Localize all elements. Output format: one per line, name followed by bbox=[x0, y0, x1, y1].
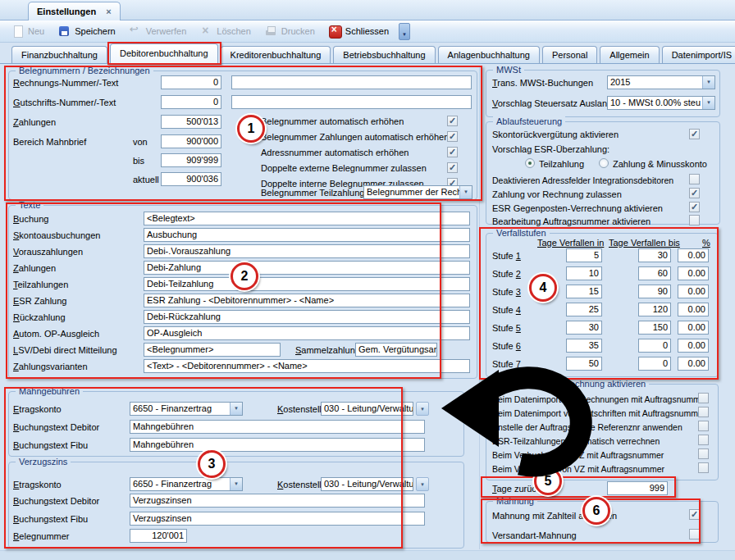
zahlungen-nummer-field[interactable]: 500'013 bbox=[161, 115, 221, 129]
stufe2-bis-field[interactable]: 60 bbox=[638, 266, 671, 280]
tab-datenimport-is[interactable]: Datenimport/IS bbox=[662, 46, 735, 63]
mahnbrief-aktuell-field[interactable]: 900'036 bbox=[161, 172, 221, 186]
buchungstext-debitor-mg-field[interactable]: Mahngebühren bbox=[130, 420, 425, 434]
tab-allgemein[interactable]: Allgemein bbox=[600, 46, 659, 63]
checkbox-verrechnung-4[interactable] bbox=[698, 435, 709, 445]
op-ausgleich-field[interactable]: OP-Ausgleich bbox=[144, 326, 470, 340]
stufe6-bis-field[interactable]: 0 bbox=[638, 339, 671, 353]
document-tab-einstellungen[interactable]: Einstellungen × bbox=[28, 2, 121, 20]
dropdown-arrow-icon[interactable] bbox=[702, 76, 714, 89]
buchungstext-debitor-vz-field[interactable]: Verzugszinsen bbox=[130, 494, 425, 508]
toolbar-overflow-button[interactable] bbox=[399, 23, 410, 40]
kostenstelle-vz-select[interactable]: 030 - Leitung/Verwaltung bbox=[321, 477, 413, 491]
stufe7-bis-field[interactable]: 0 bbox=[638, 357, 671, 371]
stufe4-bis-field[interactable]: 120 bbox=[638, 303, 671, 316]
stufe3-bis-field[interactable]: 90 bbox=[638, 285, 671, 298]
vorauszahlungen-field[interactable]: Debi-.Vorauszahlung bbox=[144, 244, 470, 258]
checkbox-belegnr-auto[interactable] bbox=[447, 116, 458, 126]
checkbox-esr-gegenposten[interactable] bbox=[689, 202, 700, 212]
belegnummer-vz-field[interactable]: 120'001 bbox=[130, 529, 187, 543]
checkbox-verrechnung-2[interactable] bbox=[698, 407, 709, 417]
discard-button[interactable]: Verwerfen bbox=[123, 23, 193, 39]
dropdown-arrow-icon[interactable] bbox=[702, 97, 714, 109]
stufe1-in-field[interactable]: 5 bbox=[566, 248, 602, 262]
stufe6-in-field[interactable]: 35 bbox=[566, 339, 602, 353]
belegnr-teilzahlung-select[interactable]: Belegnummer der Rechnun bbox=[363, 185, 472, 199]
tab-betriebsbuchhaltung[interactable]: Betriebsbuchhaltung bbox=[333, 46, 435, 63]
stufe5-bis-field[interactable]: 150 bbox=[638, 321, 671, 335]
close-button[interactable]: Schliessen bbox=[322, 23, 395, 39]
stufe5-pct-field[interactable]: 0.00 bbox=[678, 321, 709, 335]
trans-mwst-select[interactable]: 2015 bbox=[607, 75, 715, 89]
checkbox-deaktivieren-adressfelder[interactable] bbox=[689, 174, 700, 184]
checkbox-bearbeitung-auftragsnummer[interactable] bbox=[689, 215, 700, 225]
stufe4-in-field[interactable]: 25 bbox=[566, 303, 602, 316]
ertragskonto-vz-select[interactable]: 6650 - Finanzertrag bbox=[130, 477, 243, 491]
rueckzahlung-field[interactable]: Debi-Rückzahlung bbox=[144, 310, 470, 324]
checkbox-belegnr-zahlungen-auto[interactable] bbox=[447, 131, 458, 142]
stufe3-in-field[interactable]: 15 bbox=[566, 285, 602, 298]
radio-zahlung-minusskonto[interactable] bbox=[599, 158, 609, 168]
stufe3-pct-field[interactable]: 0.00 bbox=[678, 285, 709, 298]
ertragskonto-mg-select[interactable]: 6650 - Finanzertrag bbox=[130, 402, 243, 416]
zahlungsvarianten-field[interactable]: <Text> - <Debitorennummer> - <Name> bbox=[144, 359, 470, 373]
dropdown-arrow-icon[interactable] bbox=[230, 478, 242, 490]
tab-personal[interactable]: Personal bbox=[542, 46, 597, 63]
checkbox-verrechnung-3[interactable] bbox=[698, 421, 709, 431]
kostenstelle-mg-select[interactable]: 030 - Leitung/Verwaltung bbox=[321, 402, 413, 416]
zahlungen-text-field[interactable]: Debi-Zahlung bbox=[144, 261, 470, 275]
checkbox-verrechnung-5[interactable] bbox=[698, 448, 709, 459]
stufe6-pct-field[interactable]: 0.00 bbox=[678, 339, 709, 353]
tage-zurueck-field[interactable]: 999 bbox=[607, 481, 668, 495]
buchung-field[interactable]: <Belegtext> bbox=[144, 212, 470, 225]
checkbox-verrechnung-1[interactable] bbox=[698, 393, 709, 403]
kostenstelle-vz-dropdown-icon[interactable] bbox=[416, 477, 429, 491]
gutschrifts-nummer-field[interactable]: 0 bbox=[161, 95, 221, 109]
dropdown-arrow-icon[interactable] bbox=[230, 403, 242, 415]
skontoausbuchungen-field[interactable]: Ausbuchung bbox=[144, 228, 470, 242]
new-button[interactable]: Neu bbox=[5, 23, 50, 39]
label-vorschlag-steuersatz: Vorschlag Steuersatz Ausland bbox=[492, 98, 612, 108]
esr-zahlung-field[interactable]: ESR Zahlung - <Debitorennummer> - <Name> bbox=[144, 294, 470, 307]
checkbox-verrechnung-6[interactable] bbox=[698, 462, 709, 473]
tab-debitorenbuchhaltung[interactable]: Debitorenbuchhaltung bbox=[110, 43, 218, 63]
checkbox-versandart-mahnung[interactable] bbox=[689, 529, 700, 540]
buchungstext-fibu-mg-field[interactable]: Mahngebühren bbox=[130, 438, 425, 452]
checkbox-adressnr-auto[interactable] bbox=[447, 147, 458, 157]
mahnbrief-von-field[interactable]: 900'000 bbox=[161, 134, 221, 148]
dropdown-arrow-icon[interactable] bbox=[459, 186, 472, 198]
steuersatz-ausland-select[interactable]: 10 - MWSt 0.00% steu bbox=[607, 96, 715, 110]
tab-close-icon[interactable]: × bbox=[106, 7, 111, 16]
stufe5-in-field[interactable]: 30 bbox=[566, 321, 602, 335]
rechnungs-nummer-field[interactable]: 0 bbox=[161, 75, 221, 89]
annotation-circle-3: 3 bbox=[198, 450, 226, 478]
delete-button[interactable]: Löschen bbox=[194, 23, 257, 39]
stufe1-pct-field[interactable]: 0.00 bbox=[678, 248, 709, 262]
stufe7-pct-field[interactable]: 0.00 bbox=[678, 357, 709, 371]
checkbox-doppelte-externe[interactable] bbox=[447, 162, 458, 173]
rechnungs-text-field[interactable] bbox=[231, 75, 472, 89]
stufe2-in-field[interactable]: 10 bbox=[566, 266, 602, 280]
label-belegnr-teilzahlung: Belegnummer Teilzahlung bbox=[261, 188, 364, 198]
radio-teilzahlung[interactable] bbox=[525, 158, 535, 168]
tab-finanzbuchhaltung[interactable]: Finanzbuchhaltung bbox=[11, 46, 107, 63]
sammelzahlung-field[interactable]: Gem. Vergütungsanz. bbox=[355, 343, 437, 357]
tab-kreditorenbuchhaltung[interactable]: Kreditorenbuchhaltung bbox=[221, 46, 331, 63]
lsv-mitteilung-field[interactable]: <Belegnummer> bbox=[144, 343, 281, 357]
print-button[interactable]: Drucken bbox=[258, 23, 321, 39]
mahnbrief-bis-field[interactable]: 909'999 bbox=[161, 153, 221, 167]
teilzahlungen-field[interactable]: Debi-Teilzahlung bbox=[144, 277, 470, 291]
buchungstext-fibu-vz-field[interactable]: Verzugszinsen bbox=[130, 512, 425, 526]
gutschrifts-text-field[interactable] bbox=[231, 95, 472, 109]
label-esr-zahlung: ESR Zahlung bbox=[13, 296, 66, 306]
checkbox-skontorueckverguetung[interactable] bbox=[689, 129, 700, 139]
stufe2-pct-field[interactable]: 0.00 bbox=[678, 266, 709, 280]
tab-anlagenbuchhaltung[interactable]: Anlagenbuchhaltung bbox=[438, 46, 540, 63]
checkbox-mahnung-zahlteil[interactable] bbox=[689, 509, 700, 520]
checkbox-zahlung-vor-rechnung[interactable] bbox=[689, 188, 700, 198]
save-button[interactable]: Speichern bbox=[52, 23, 121, 39]
kostenstelle-mg-dropdown-icon[interactable] bbox=[416, 402, 429, 416]
stufe1-bis-field[interactable]: 30 bbox=[638, 248, 671, 262]
label-versandart-mahnung: Versandart-Mahnung bbox=[492, 530, 577, 540]
stufe4-pct-field[interactable]: 0.00 bbox=[678, 303, 709, 316]
